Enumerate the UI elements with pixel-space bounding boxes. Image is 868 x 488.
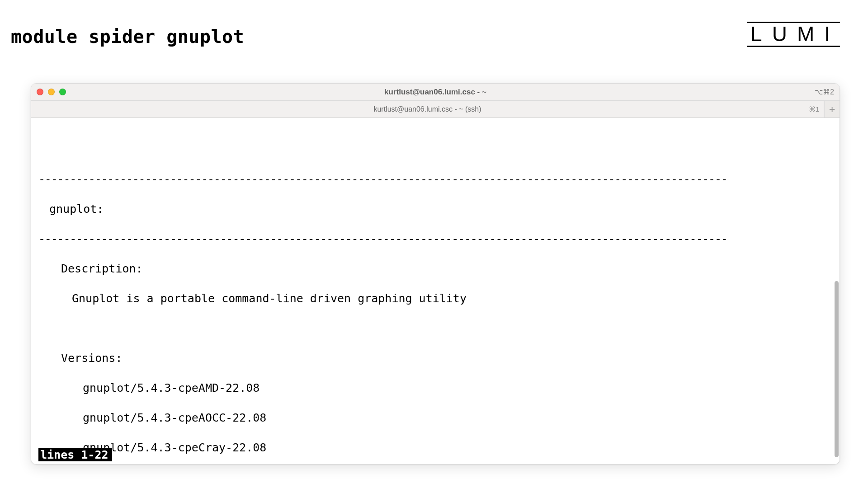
- versions-label: Versions:: [38, 351, 832, 366]
- version-entry: gnuplot/5.4.3-cpeAMD-22.08: [38, 380, 832, 395]
- window-title: kurtlust@uan06.lumi.csc - ~: [31, 88, 840, 97]
- terminal-line: ----------------------------------------…: [38, 172, 832, 187]
- module-name-line: gnuplot:: [38, 202, 832, 216]
- description-text: Gnuplot is a portable command-line drive…: [38, 291, 832, 306]
- minimize-window-button[interactable]: [48, 89, 55, 95]
- terminal-window: kurtlust@uan06.lumi.csc - ~ ⌥⌘2 kurtlust…: [31, 83, 840, 465]
- window-shortcut-label: ⌥⌘2: [815, 88, 834, 96]
- add-tab-button[interactable]: +: [824, 101, 840, 117]
- window-titlebar: kurtlust@uan06.lumi.csc - ~ ⌥⌘2: [31, 84, 840, 101]
- version-entry: gnuplot/5.4.3-cpeCray-22.08: [38, 440, 832, 455]
- terminal-line: ----------------------------------------…: [38, 231, 832, 246]
- terminal-output: ----------------------------------------…: [31, 118, 840, 464]
- plus-icon: +: [829, 104, 835, 114]
- scrollbar-track[interactable]: [835, 122, 839, 460]
- zoom-window-button[interactable]: [59, 89, 66, 95]
- tab-ssh-session[interactable]: kurtlust@uan06.lumi.csc - ~ (ssh) ⌘1: [31, 101, 824, 117]
- lumi-logo: LUMI: [747, 22, 840, 47]
- tab-label: kurtlust@uan06.lumi.csc - ~ (ssh): [373, 105, 481, 113]
- slide-title: module spider gnuplot: [11, 26, 244, 47]
- traffic-lights: [37, 89, 66, 95]
- description-label: Description:: [38, 261, 832, 276]
- version-entry: gnuplot/5.4.3-cpeAOCC-22.08: [38, 410, 832, 425]
- scrollbar-thumb[interactable]: [835, 281, 839, 457]
- close-window-button[interactable]: [37, 89, 43, 95]
- tab-bar: kurtlust@uan06.lumi.csc - ~ (ssh) ⌘1 +: [31, 101, 840, 118]
- terminal-body[interactable]: ----------------------------------------…: [31, 118, 840, 464]
- tab-shortcut-label: ⌘1: [809, 105, 819, 113]
- pager-status: lines 1-22: [38, 448, 112, 461]
